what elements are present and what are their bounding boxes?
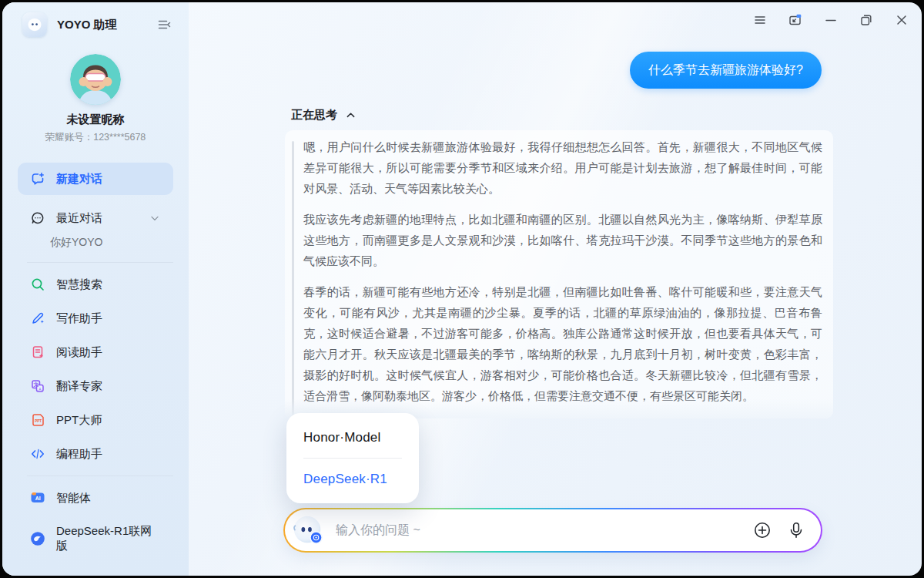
sidebar-item-label: 智慧搜索	[56, 277, 102, 292]
app-title: YOYO 助理	[57, 18, 117, 32]
sidebar-item-label: 写作助手	[56, 311, 102, 326]
pen-icon	[30, 311, 45, 326]
sidebar-header: YOYO 助理	[2, 2, 189, 37]
thinking-panel: 嗯，用户问什么时候去新疆旅游体验最好，我得仔细想想怎么回答。首先，新疆很大，不同…	[285, 130, 833, 418]
chat-input-bar	[283, 508, 822, 553]
add-attachment-icon[interactable]	[753, 521, 772, 539]
sidebar-item-label: 编程助手	[56, 447, 102, 462]
thinking-content: 嗯，用户问什么时候去新疆旅游体验最好，我得仔细想想怎么回答。首先，新疆很大，不同…	[303, 136, 822, 418]
model-option-deepseek[interactable]: DeepSeek·R1	[303, 469, 402, 490]
sidebar-item-label: 新建对话	[56, 172, 102, 187]
sidebar-item-smart-search[interactable]: 智慧搜索	[18, 267, 173, 301]
sidebar-item-coding-assistant[interactable]: 编程助手	[18, 437, 173, 471]
sidebar-nav: 新建对话 最近对话 你好YOYO 智慧搜索	[2, 163, 189, 563]
sidebar-item-label: 翻译专家	[56, 379, 102, 394]
chevron-up-icon	[345, 109, 357, 121]
chevron-down-icon	[149, 212, 161, 224]
code-icon	[30, 446, 45, 462]
sidebar-item-label: 智能体	[56, 491, 91, 506]
thinking-paragraph: 我应该先考虑新疆的地理特点，比如北疆和南疆的区别。北疆以自然风光为主，像喀纳斯、…	[303, 209, 822, 271]
sidebar-item-ppt-master[interactable]: PPT PPT大师	[18, 403, 173, 437]
thinking-paragraph: 春季的话，新疆可能有些地方还冷，特别是北疆，但南疆比如吐鲁番、喀什可能暖和些，要…	[303, 281, 822, 406]
model-option-honor[interactable]: Honor·Model	[303, 427, 402, 449]
sidebar-item-writing-assistant[interactable]: 写作助手	[18, 301, 173, 335]
yoyo-app-icon	[22, 12, 47, 37]
deepseek-icon	[30, 531, 45, 546]
yoyo-robot-avatar	[293, 514, 325, 546]
new-chat-icon	[30, 171, 45, 187]
translate-icon: 文 A	[30, 378, 45, 394]
agent-icon: AI	[30, 490, 45, 506]
model-selector-popup: Honor·Model DeepSeek·R1	[286, 413, 419, 503]
profile-section: 未设置昵称 荣耀账号：123****5678	[2, 54, 189, 144]
minimize-icon[interactable]	[823, 12, 839, 28]
sidebar-item-label: DeepSeek-R1联网版	[56, 524, 161, 553]
sidebar: YOYO 助理 未设置昵称 荣耀账号：123****5678	[2, 2, 189, 576]
message-input[interactable]	[336, 523, 753, 537]
user-message-bubble: 什么季节去新疆旅游体验好?	[630, 52, 822, 89]
microphone-icon[interactable]	[787, 521, 805, 539]
sidebar-divider	[27, 476, 173, 476]
maximize-icon[interactable]	[859, 12, 874, 28]
thinking-label: 正在思考	[291, 108, 337, 123]
collapse-sidebar-icon[interactable]	[155, 15, 173, 34]
sidebar-item-label: PPT大师	[56, 413, 102, 428]
search-icon	[30, 277, 45, 292]
sidebar-item-reading-assistant[interactable]: 阅读助手	[18, 335, 173, 369]
thinking-paragraph: 嗯，用户问什么时候去新疆旅游体验最好，我得仔细想想怎么回答。首先，新疆很大，不同…	[303, 136, 822, 199]
sidebar-divider	[27, 262, 173, 263]
ppt-icon: PPT	[30, 412, 45, 428]
sidebar-item-label: 最近对话	[56, 211, 102, 226]
sidebar-item-new-chat[interactable]: 新建对话	[18, 163, 173, 195]
account-id: 荣耀账号：123****5678	[2, 131, 189, 144]
composer-actions	[753, 521, 805, 539]
recent-conversation-item[interactable]: 你好YOYO	[2, 235, 189, 257]
user-nickname: 未设置昵称	[2, 113, 189, 127]
sidebar-item-recent-chats[interactable]: 最近对话	[18, 201, 173, 235]
thinking-toggle[interactable]: 正在思考	[291, 108, 357, 123]
app-window: YOYO 助理 未设置昵称 荣耀账号：123****5678	[2, 2, 922, 576]
sidebar-item-agents[interactable]: AI 智能体	[18, 481, 173, 515]
sidebar-item-label: 阅读助手	[56, 345, 102, 360]
svg-text:PPT: PPT	[35, 419, 42, 423]
recent-chats-icon	[30, 210, 45, 226]
document-icon	[30, 344, 45, 360]
popup-divider	[303, 458, 402, 459]
float-window-icon[interactable]	[788, 12, 803, 28]
svg-text:AI: AI	[35, 496, 41, 501]
sidebar-item-deepseek-r1[interactable]: DeepSeek-R1联网版	[18, 515, 173, 563]
close-icon[interactable]	[894, 12, 909, 28]
titlebar-controls	[752, 12, 909, 28]
sidebar-item-translation-expert[interactable]: 文 A 翻译专家	[18, 369, 173, 403]
quote-bar	[292, 141, 294, 418]
menu-icon[interactable]	[752, 12, 768, 28]
user-avatar[interactable]	[70, 54, 121, 105]
